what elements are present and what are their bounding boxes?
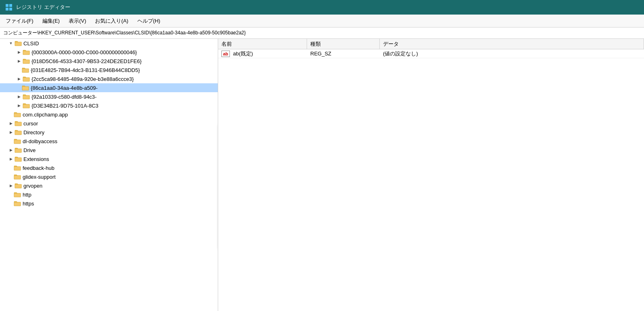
tree-label: glidex-support bbox=[23, 174, 56, 180]
folder-icon bbox=[15, 156, 22, 162]
tree-item-018d[interactable]: {018D5C66-4533-4307-9B53-224DE2ED1FE6} bbox=[0, 57, 218, 66]
tree-label: https bbox=[23, 201, 34, 207]
tree-item-feedbackhub[interactable]: feedback-hub bbox=[0, 163, 218, 172]
menu-bar: ファイル(F) 編集(E) 表示(V) お気に入り(A) ヘルプ(H) bbox=[0, 15, 644, 28]
tree-label: http bbox=[23, 192, 32, 198]
menu-help[interactable]: ヘルプ(H) bbox=[133, 16, 164, 26]
tree-label: Directory bbox=[23, 129, 44, 135]
tree-item-dldolby[interactable]: dl-dolbyaccess bbox=[0, 137, 218, 146]
tree-label: {86ca1aa0-34aa-4e8b-a509- bbox=[31, 85, 98, 91]
table-row[interactable]: ab ab(既定) REG_SZ (値の設定なし) bbox=[218, 49, 644, 58]
address-path: コンピューター\HKEY_CURRENT_USER\Software\Class… bbox=[3, 30, 246, 36]
chevron-right-icon bbox=[8, 156, 14, 162]
tree-item-clsid[interactable]: CLSID bbox=[0, 39, 218, 48]
folder-icon bbox=[14, 191, 21, 198]
folder-icon bbox=[23, 93, 30, 100]
tree-item-0003[interactable]: {0003000A-0000-0000-C000-000000000046} bbox=[0, 48, 218, 57]
chevron-right-icon bbox=[8, 183, 14, 188]
tree-label: {92a10339-c580-dfd8-94c3- bbox=[32, 94, 97, 100]
cell-type: REG_SZ bbox=[307, 49, 380, 58]
folder-icon bbox=[14, 111, 21, 118]
chevron-right-icon bbox=[16, 76, 22, 82]
folder-icon bbox=[23, 49, 30, 55]
ab-icon: ab bbox=[221, 51, 230, 57]
tree-item-cursor[interactable]: cursor bbox=[0, 119, 218, 128]
tree-label: feedback-hub bbox=[23, 165, 55, 171]
tree-label: dl-dolbyaccess bbox=[23, 138, 57, 144]
title-bar: レジストリ エディター bbox=[0, 0, 644, 15]
main-content: CLSID {0003000A-0000-0000-C000-000000000… bbox=[0, 39, 644, 311]
tree-item-http[interactable]: http bbox=[0, 190, 218, 199]
folder-icon bbox=[23, 102, 30, 109]
tree-label: {018D5C66-4533-4307-9B53-224DE2ED1FE6} bbox=[32, 58, 141, 64]
folder-icon bbox=[14, 173, 21, 180]
tree-item-031e[interactable]: {031E4825-7B94-4dc3-B131-E946B44C8DD5} bbox=[0, 66, 218, 74]
folder-icon bbox=[14, 138, 21, 144]
tree-item-clipchamp[interactable]: com.clipchamp.app bbox=[0, 110, 218, 119]
folder-icon bbox=[23, 58, 30, 64]
tree-label: com.clipchamp.app bbox=[23, 112, 68, 118]
tree-label: {0003000A-0000-0000-C000-000000000046} bbox=[32, 49, 137, 55]
folder-icon bbox=[23, 76, 30, 82]
tree-label: {031E4825-7B94-4dc3-B131-E946B44C8DD5} bbox=[31, 67, 140, 73]
svg-rect-2 bbox=[6, 8, 8, 11]
svg-rect-1 bbox=[9, 4, 12, 7]
folder-icon bbox=[15, 40, 22, 47]
menu-edit[interactable]: 編集(E) bbox=[38, 16, 64, 26]
tree-label: Drive bbox=[23, 147, 36, 153]
app-title: レジストリ エディター bbox=[16, 4, 70, 11]
right-pane: 名前 種類 データ ab ab(既定) REG_SZ (値の設定なし) bbox=[218, 39, 644, 311]
cell-name: ab ab(既定) bbox=[218, 49, 307, 58]
folder-icon bbox=[22, 67, 29, 73]
tree-label: CLSID bbox=[23, 40, 39, 47]
chevron-right-icon bbox=[8, 129, 14, 135]
col-header-type: 種類 bbox=[307, 39, 380, 49]
tree-item-grvopen[interactable]: grvopen bbox=[0, 181, 218, 190]
folder-icon bbox=[15, 182, 22, 189]
folder-icon bbox=[15, 120, 22, 127]
tree-item-directory[interactable]: Directory bbox=[0, 128, 218, 137]
svg-rect-3 bbox=[9, 8, 12, 11]
chevron-right-icon bbox=[16, 94, 22, 99]
tree-item-extensions[interactable]: Extensions bbox=[0, 154, 218, 163]
tree-item-2cc5[interactable]: {2cc5ca98-6485-489a-920e-b3e88a6ccce3} bbox=[0, 74, 218, 83]
col-header-name: 名前 bbox=[218, 39, 307, 49]
tree-item-https[interactable]: https bbox=[0, 199, 218, 208]
tree-item-92a1[interactable]: {92a10339-c580-dfd8-94c3- bbox=[0, 92, 218, 101]
chevron-right-icon bbox=[8, 147, 14, 153]
tree-item-glidex[interactable]: glidex-support bbox=[0, 172, 218, 181]
right-pane-header: 名前 種類 データ bbox=[218, 39, 644, 49]
menu-view[interactable]: 表示(V) bbox=[65, 16, 90, 26]
tree-label: Extensions bbox=[23, 156, 49, 162]
tree-item-86ca[interactable]: {86ca1aa0-34aa-4e8b-a509- bbox=[0, 83, 218, 92]
col-header-data: データ bbox=[380, 39, 644, 49]
svg-rect-0 bbox=[6, 4, 8, 7]
tree-label: {D3E34B21-9D75-101A-8C3 bbox=[32, 103, 99, 109]
tree-pane: CLSID {0003000A-0000-0000-C000-000000000… bbox=[0, 39, 218, 311]
address-bar: コンピューター\HKEY_CURRENT_USER\Software\Class… bbox=[0, 28, 644, 39]
chevron-down-icon bbox=[8, 40, 14, 46]
chevron-right-icon bbox=[16, 103, 22, 108]
app-icon bbox=[5, 3, 13, 11]
tree-item-d3e3[interactable]: {D3E34B21-9D75-101A-8C3 bbox=[0, 101, 218, 110]
tree-item-drive[interactable]: Drive bbox=[0, 146, 218, 154]
tree-label: cursor bbox=[23, 121, 38, 127]
folder-icon bbox=[14, 165, 21, 171]
tree-label: {2cc5ca98-6485-489a-920e-b3e88a6ccce3} bbox=[32, 76, 134, 82]
folder-icon bbox=[22, 85, 29, 91]
chevron-right-icon bbox=[8, 121, 14, 126]
chevron-right-icon bbox=[16, 58, 22, 64]
folder-icon bbox=[14, 200, 21, 207]
folder-icon bbox=[15, 147, 22, 153]
menu-file[interactable]: ファイル(F) bbox=[2, 16, 38, 26]
chevron-right-icon bbox=[16, 49, 22, 55]
folder-icon bbox=[15, 129, 22, 135]
tree-label: grvopen bbox=[23, 183, 42, 189]
cell-data: (値の設定なし) bbox=[380, 49, 644, 58]
menu-favorites[interactable]: お気に入り(A) bbox=[91, 16, 132, 26]
